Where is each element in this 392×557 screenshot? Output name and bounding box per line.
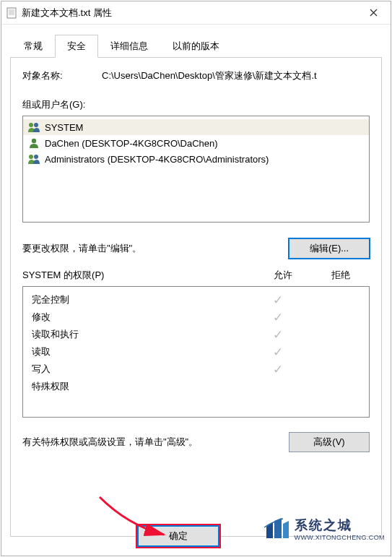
deny-header: 拒绝	[312, 269, 370, 282]
close-icon	[370, 9, 378, 17]
perm-name: 完全控制	[32, 293, 249, 306]
allow-header: 允许	[254, 269, 312, 282]
user-list[interactable]: SYSTEM DaChen (DESKTOP-4KG8CRO\DaChen) A…	[22, 116, 370, 223]
perm-name: 修改	[32, 311, 249, 324]
check-icon: ✓	[249, 294, 307, 306]
object-row: 对象名称: C:\Users\DaChen\Desktop\管家速修\新建文本文…	[22, 69, 370, 82]
perm-name: 读取和执行	[32, 328, 249, 341]
advanced-row: 有关特殊权限或高级设置，请单击"高级"。 高级(V)	[22, 432, 370, 452]
file-icon	[6, 7, 17, 19]
perm-row: 特殊权限	[23, 378, 369, 395]
perm-name: 特殊权限	[32, 380, 249, 393]
users-group-icon	[27, 121, 40, 134]
check-icon: ✓	[249, 329, 307, 341]
edit-hint-row: 要更改权限，请单击"编辑"。 编辑(E)...	[22, 238, 370, 259]
check-icon: ✓	[249, 346, 307, 358]
svg-point-8	[34, 123, 38, 127]
list-item[interactable]: SYSTEM	[23, 119, 369, 135]
check-icon: ✓	[249, 311, 307, 324]
svg-point-10	[29, 155, 33, 159]
watermark: 系统之城 WWW.XITONGCHENG.COM	[263, 517, 385, 541]
permissions-header: SYSTEM 的权限(P) 允许 拒绝	[22, 269, 370, 282]
permissions-title: SYSTEM 的权限(P)	[22, 269, 254, 282]
object-label: 对象名称:	[22, 69, 102, 82]
tab-previous[interactable]: 以前的版本	[160, 35, 232, 58]
perm-row: 完全控制 ✓	[23, 291, 369, 308]
edit-hint: 要更改权限，请单击"编辑"。	[22, 242, 289, 255]
object-path: C:\Users\DaChen\Desktop\管家速修\新建文本文档.t	[102, 69, 370, 82]
perm-row: 修改 ✓	[23, 308, 369, 326]
groups-label: 组或用户名(G):	[22, 98, 370, 111]
advanced-hint: 有关特殊权限或高级设置，请单击"高级"。	[22, 436, 289, 449]
tab-security[interactable]: 安全	[55, 35, 98, 58]
titlebar: 新建文本文档.txt 属性	[1, 1, 391, 25]
perm-row: 写入 ✓	[23, 360, 369, 378]
edit-button[interactable]: 编辑(E)...	[289, 238, 370, 259]
brand-url: WWW.XITONGCHENG.COM	[295, 534, 385, 541]
users-group-icon	[27, 152, 40, 165]
brand-logo-icon	[263, 517, 290, 541]
ok-button[interactable]: 确定	[138, 526, 219, 546]
tab-panel-security: 对象名称: C:\Users\DaChen\Desktop\管家速修\新建文本文…	[10, 57, 382, 537]
list-item[interactable]: Administrators (DESKTOP-4KG8CRO\Administ…	[23, 151, 369, 167]
tab-general[interactable]: 常规	[12, 35, 55, 58]
properties-window: 新建文本文档.txt 属性 常规 安全 详细信息 以前的版本 对象名称: C:\…	[1, 1, 391, 556]
close-button[interactable]	[357, 1, 389, 25]
user-name: DaChen (DESKTOP-4KG8CRO\DaChen)	[45, 138, 218, 149]
perm-row: 读取 ✓	[23, 343, 369, 360]
user-name: SYSTEM	[45, 122, 83, 133]
window-title: 新建文本文档.txt 属性	[22, 7, 357, 20]
ok-highlight: 确定	[136, 524, 221, 548]
perm-name: 写入	[32, 363, 249, 376]
perm-row: 读取和执行 ✓	[23, 326, 369, 343]
tab-details[interactable]: 详细信息	[98, 35, 160, 58]
brand-name: 系统之城	[295, 517, 385, 534]
svg-point-9	[32, 139, 36, 143]
user-icon	[27, 137, 40, 150]
advanced-button[interactable]: 高级(V)	[289, 432, 370, 452]
permissions-list: 完全控制 ✓ 修改 ✓ 读取和执行 ✓ 读取 ✓ 写入 ✓	[22, 286, 370, 418]
svg-point-11	[34, 155, 38, 159]
check-icon: ✓	[249, 363, 307, 376]
tabs: 常规 安全 详细信息 以前的版本	[1, 25, 391, 58]
svg-point-7	[29, 123, 33, 127]
user-name: Administrators (DESKTOP-4KG8CRO\Administ…	[45, 154, 269, 165]
list-item[interactable]: DaChen (DESKTOP-4KG8CRO\DaChen)	[23, 135, 369, 151]
perm-name: 读取	[32, 345, 249, 358]
watermark-text: 系统之城 WWW.XITONGCHENG.COM	[295, 517, 385, 541]
